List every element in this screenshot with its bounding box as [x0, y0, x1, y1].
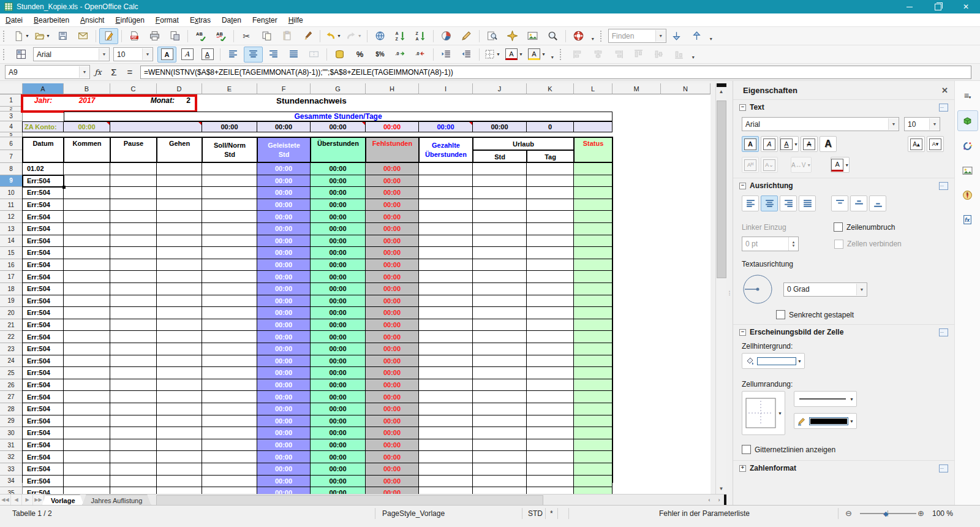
cell[interactable] [473, 331, 527, 343]
cell[interactable] [157, 391, 202, 403]
cell[interactable] [419, 319, 473, 332]
cell[interactable] [527, 427, 574, 439]
cell[interactable] [110, 355, 157, 368]
scroll-left-icon[interactable]: ‹ [704, 495, 714, 505]
table-header-cell[interactable]: Std [473, 150, 527, 163]
cell[interactable] [527, 235, 574, 248]
cell[interactable] [202, 223, 257, 235]
show-gridlines-checkbox[interactable] [742, 445, 751, 454]
cell[interactable] [202, 259, 257, 271]
cell[interactable] [64, 415, 110, 428]
cell[interactable]: Err:504 [23, 427, 64, 439]
cell[interactable] [419, 343, 473, 355]
cell[interactable]: Err:504 [23, 355, 64, 368]
cell[interactable]: 00:00 [311, 476, 366, 488]
sidebar-gallery-tab[interactable] [958, 161, 978, 180]
cell[interactable]: 00:00 [366, 487, 419, 494]
cell[interactable]: 00:00 [311, 259, 366, 271]
font-size-select[interactable]: 10 ▼ [113, 47, 153, 61]
cell[interactable] [110, 223, 157, 235]
chevron-down-icon[interactable]: ▼ [850, 397, 854, 401]
paste-button[interactable] [277, 28, 296, 44]
cell[interactable]: 00:00 [366, 391, 419, 403]
cell[interactable]: 00:00 [366, 295, 419, 308]
cell[interactable]: 00:00 [311, 355, 366, 368]
cell[interactable] [64, 476, 110, 488]
cell[interactable] [527, 451, 574, 463]
row-header-35[interactable]: 35 [0, 487, 23, 494]
cell[interactable] [157, 427, 202, 439]
cell[interactable] [110, 175, 157, 188]
cell[interactable] [419, 283, 473, 295]
column-header-L[interactable]: L [574, 83, 612, 94]
column-header-K[interactable]: K [527, 83, 574, 94]
cell[interactable] [527, 223, 574, 235]
edit-file-button[interactable] [99, 28, 118, 44]
cell[interactable] [473, 211, 527, 223]
menu-hilfe[interactable]: Hilfe [283, 14, 309, 26]
cell[interactable] [64, 187, 110, 199]
merge-cells-button[interactable] [304, 47, 323, 63]
cell[interactable] [64, 391, 110, 403]
table-header-cell[interactable]: Gezahlte Überstunden [419, 137, 473, 163]
cell[interactable] [527, 391, 574, 403]
cell[interactable] [419, 367, 473, 379]
cell[interactable] [527, 259, 574, 271]
menu-einfgen[interactable]: Einfügen [110, 14, 149, 26]
chevron-down-icon[interactable]: ▼ [25, 34, 29, 38]
zoom-level-label[interactable]: 100 % [932, 509, 953, 518]
cell[interactable]: 00:00 [366, 367, 419, 379]
cell[interactable]: 00:00 [311, 427, 366, 439]
grid-window-button[interactable] [12, 47, 31, 63]
cell[interactable]: 00:00 [257, 379, 311, 392]
cell[interactable] [419, 487, 473, 494]
cell[interactable]: 00:00 [257, 307, 311, 319]
cell[interactable] [157, 355, 202, 368]
rotation-degrees-select[interactable]: 0 Grad ▼ [783, 282, 867, 297]
cell[interactable] [419, 271, 473, 283]
zoom-slider-thumb[interactable]: ◆ [883, 510, 888, 518]
scroll-up-icon[interactable]: ▲ [716, 87, 726, 96]
cell[interactable] [64, 271, 110, 283]
cell[interactable]: Err:504 [23, 367, 64, 379]
cell[interactable] [473, 223, 527, 235]
cell-reference-box[interactable]: A9 ▼ [5, 65, 90, 79]
maximize-button[interactable] [924, 0, 952, 13]
cell[interactable] [527, 163, 574, 175]
zoom-in-icon[interactable]: ⊕ [918, 509, 924, 518]
cell[interactable]: 00:00 [257, 121, 311, 132]
cell[interactable] [473, 391, 527, 403]
cell[interactable] [110, 121, 202, 132]
cell[interactable] [157, 451, 202, 463]
delete-decimal-button[interactable]: .0 [411, 47, 430, 63]
cell[interactable] [110, 259, 157, 271]
insert-chart-button[interactable] [437, 28, 456, 44]
cell[interactable]: 00:00 [311, 319, 366, 332]
cell[interactable] [527, 415, 574, 428]
cell[interactable] [527, 187, 574, 199]
cell[interactable] [202, 319, 257, 332]
row-header-22[interactable]: 22 [0, 331, 23, 343]
cell[interactable] [419, 355, 473, 368]
cell[interactable] [157, 259, 202, 271]
cell[interactable] [202, 163, 257, 175]
column-header-D[interactable]: D [157, 83, 202, 94]
character-spacing-button[interactable]: A↔V▼ [791, 157, 812, 173]
cell[interactable] [574, 307, 612, 319]
strikethrough-button[interactable]: A [801, 136, 818, 152]
cell[interactable]: 00:00 [311, 283, 366, 295]
wrap-text-checkbox[interactable] [834, 222, 843, 232]
cell[interactable] [473, 307, 527, 319]
cell[interactable]: Monat: [110, 94, 175, 107]
cell[interactable] [574, 247, 612, 259]
sidebar-font-color-button[interactable]: A▼ [831, 157, 850, 173]
dialog-launcher-icon[interactable] [939, 328, 948, 336]
cell[interactable] [202, 463, 257, 476]
cell[interactable] [202, 487, 257, 494]
bold-button[interactable]: A [742, 136, 759, 152]
cell[interactable]: 00:00 [311, 199, 366, 211]
row-header-13[interactable]: 13 [0, 223, 23, 235]
column-header-N[interactable]: N [661, 83, 710, 94]
cell[interactable]: 00:00 [366, 439, 419, 452]
chevron-down-icon[interactable]: ▼ [850, 419, 854, 423]
